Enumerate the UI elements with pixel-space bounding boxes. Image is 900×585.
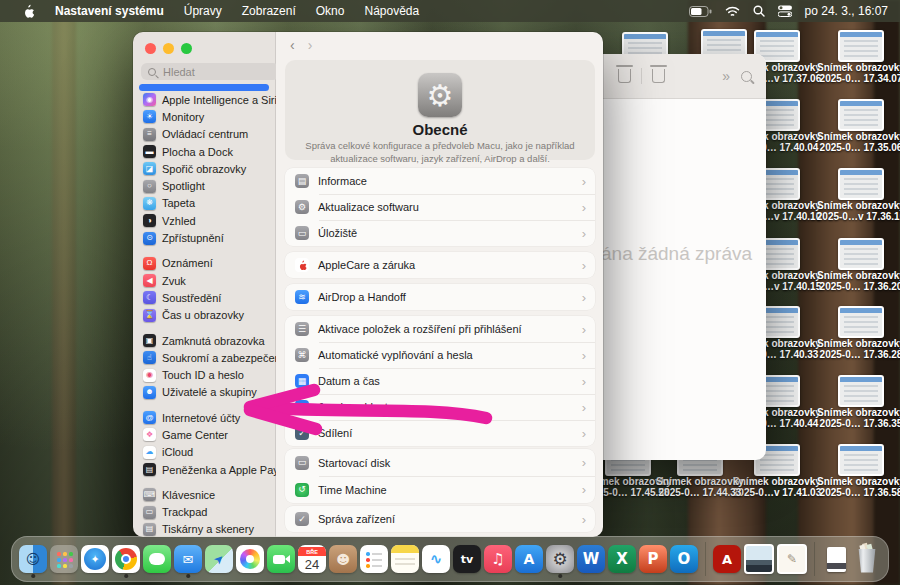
desktop-file-icon[interactable] — [838, 99, 884, 131]
settings-row-aktualizace-softwaru[interactable]: ⚙Aktualizace softwaru› — [285, 194, 595, 220]
dock-excel-icon[interactable]: X — [608, 545, 636, 573]
desktop-file-icon[interactable] — [838, 238, 884, 270]
dock-reminders-icon[interactable] — [360, 545, 388, 573]
sidebar-item-oznameni[interactable]: ΩOznámení — [138, 255, 272, 272]
system-settings-glyph: ⚙ — [552, 551, 567, 568]
desktop-file-icon[interactable] — [838, 444, 884, 476]
aktivace-polozek-a-rozsireni-pri-prihlaseni-icon: ☰ — [295, 322, 309, 336]
menu-nastaveni-systemu[interactable]: Nastavení systému — [45, 4, 174, 18]
sidebar-item-internetove-ucty[interactable]: @Internetové účty — [138, 409, 272, 426]
sidebar-item-ovladaci-centrum[interactable]: ≡Ovládací centrum — [138, 126, 272, 143]
battery-icon[interactable] — [689, 6, 712, 17]
control-center-icon[interactable] — [778, 5, 792, 17]
sidebar-item-cas-u-obrazovky[interactable]: ⌛Čas u obrazovky — [138, 307, 272, 324]
sidebar-item-monitory[interactable]: ☀Monitory — [138, 108, 272, 125]
dock-appletv-icon[interactable]: tv — [453, 545, 481, 573]
trash-icon[interactable] — [618, 69, 631, 83]
dock-outlook-icon[interactable]: O — [670, 545, 698, 573]
close-button[interactable] — [145, 43, 156, 54]
sidebar-item-vzhled[interactable]: ◑Vzhled — [138, 212, 272, 229]
dock-system-settings-icon[interactable]: ⚙ — [546, 545, 574, 573]
dock-trash-icon[interactable] — [853, 545, 881, 573]
wifi-icon[interactable] — [725, 6, 740, 17]
desktop-file-icon[interactable] — [838, 168, 884, 200]
dock-appstore-icon[interactable]: A — [515, 545, 543, 573]
settings-row-time-machine[interactable]: ↺Time Machine› — [285, 476, 595, 503]
reminders-glyph — [366, 552, 370, 556]
sidebar-item-penezenka-a-apple-pay[interactable]: ▤Peněženka a Apple Pay — [138, 461, 272, 478]
sidebar-item-soustredeni[interactable]: ☾Soustředění — [138, 289, 272, 306]
dock-maps-icon[interactable]: ➤ — [205, 545, 233, 573]
menu-upravy[interactable]: Úpravy — [174, 4, 232, 18]
menu-okno[interactable]: Okno — [306, 4, 355, 18]
sidebar-item-spotlight[interactable]: ○Spotlight — [138, 177, 272, 194]
dock-facetime-icon[interactable] — [267, 545, 295, 573]
settings-row-aktivace-polozek-a-rozsireni-pri-prihlaseni[interactable]: ☰Aktivace položek a rozšíření při přihlá… — [285, 316, 595, 342]
dock-notes-icon[interactable] — [391, 545, 419, 573]
settings-row-uloziste[interactable]: ▭Úložiště› — [285, 220, 595, 246]
forward-button[interactable]: › — [308, 37, 313, 53]
dock-launchpad-icon[interactable] — [50, 545, 78, 573]
dock-calendar-icon[interactable]: BŘE24 — [298, 545, 326, 573]
sidebar-item-klavesnice[interactable]: ⌨Klávesnice — [138, 486, 272, 503]
settings-row-sdileni[interactable]: ✓Sdílení› — [285, 420, 595, 446]
search-icon[interactable] — [753, 5, 765, 17]
dock-safari-icon[interactable]: ✦ — [81, 545, 109, 573]
dock-powerpoint-icon[interactable]: P — [639, 545, 667, 573]
sidebar-item-tapeta[interactable]: ❋Tapeta — [138, 195, 272, 212]
settings-row-jazyk-a-oblast[interactable]: ⊕Jazyk a oblast› — [285, 394, 595, 420]
dock-music-icon[interactable]: ♫ — [484, 545, 512, 573]
dock-stack-photos-icon[interactable] — [744, 544, 774, 574]
sidebar-item-game-center[interactable]: ❖Game Center — [138, 426, 272, 443]
sidebar-item-apple-intelligence-a-siri[interactable]: ◉Apple Intelligence a Siri — [138, 91, 272, 108]
menu-napoveda[interactable]: Nápověda — [354, 4, 429, 18]
dock-chrome-icon[interactable] — [112, 545, 140, 573]
time-machine-icon: ↺ — [295, 483, 309, 497]
sidebar-item-label: Plocha a Dock — [162, 146, 233, 158]
dock-mail-icon[interactable]: ✉ — [174, 545, 202, 573]
sidebar-item-tiskarny-a-skenery[interactable]: ▤Tiskárny a skenery — [138, 521, 272, 537]
settings-row-startovaci-disk[interactable]: ▭Startovací disk› — [285, 449, 595, 476]
sidebar-item-zpristupneni[interactable]: ⊙Zpřístupnění — [138, 229, 272, 246]
sidebar-item-trackpad[interactable]: ▭Trackpad — [138, 504, 272, 521]
more-chevrons-icon[interactable]: » — [722, 68, 729, 84]
settings-row-applecare-a-zaruka[interactable]: AppleCare a záruka› — [285, 252, 595, 278]
dock-document-icon[interactable] — [822, 545, 850, 573]
search-input[interactable] — [141, 63, 279, 80]
sidebar-item-soukromi-a-zabezpeceni[interactable]: ☝Soukromí a zabezpečení — [138, 349, 272, 366]
settings-row-informace[interactable]: ▤Informace› — [285, 168, 595, 194]
desktop-file-icon[interactable] — [838, 30, 884, 62]
sidebar-item-uzivatele-a-skupiny[interactable]: ☻Uživatelé a skupiny — [138, 384, 272, 401]
dock-contacts-icon[interactable]: ☻ — [329, 545, 357, 573]
dock-photos-icon[interactable] — [236, 545, 264, 573]
finder-glyph: ☺ — [26, 552, 41, 566]
settings-row-airdrop-a-handoff[interactable]: ≋AirDrop a Handoff› — [285, 284, 595, 310]
sidebar-item-label: Oznámení — [162, 257, 213, 269]
sidebar-selected-item-partial[interactable] — [139, 84, 269, 92]
minimize-button[interactable] — [163, 43, 174, 54]
sidebar-item-zvuk[interactable]: ◀Zvuk — [138, 272, 272, 289]
settings-row-automaticke-vyplnovani-a-hesla[interactable]: ⌘Automatické vyplňování a hesla› — [285, 342, 595, 368]
desktop-file-icon[interactable] — [838, 306, 884, 338]
menu-zobrazeni[interactable]: Zobrazení — [232, 4, 306, 18]
sidebar-item-icloud[interactable]: ☁iCloud — [138, 444, 272, 461]
dock-freeform-icon[interactable]: ∿ — [422, 545, 450, 573]
dock-messages-icon[interactable] — [143, 545, 171, 573]
desktop-file-icon[interactable] — [838, 375, 884, 407]
dock-word-icon[interactable]: W — [577, 545, 605, 573]
settings-row-sprava-zarizeni[interactable]: ✓Správa zařízení› — [285, 506, 595, 532]
dock-finder-icon[interactable]: ☺ — [19, 545, 47, 573]
menu-bar-clock[interactable]: po 24. 3., 16:07 — [805, 4, 888, 18]
sidebar-item-zamknuta-obrazovka[interactable]: ▣Zamknutá obrazovka — [138, 332, 272, 349]
back-button[interactable]: ‹ — [290, 37, 295, 53]
sidebar-item-touch-id-a-heslo[interactable]: ◉Touch ID a heslo — [138, 366, 272, 383]
sidebar-item-plocha-a-dock[interactable]: ▬Plocha a Dock — [138, 143, 272, 160]
settings-row-datum-a-cas[interactable]: ▦Datum a čas› — [285, 368, 595, 394]
junk-icon[interactable] — [652, 69, 665, 83]
apple-menu[interactable] — [12, 4, 45, 19]
dock-acrobat-icon[interactable]: A — [713, 545, 741, 573]
search-icon[interactable] — [741, 71, 752, 82]
sidebar-item-sporic-obrazovky[interactable]: ◪Spořič obrazovky — [138, 160, 272, 177]
zoom-button[interactable] — [181, 43, 192, 54]
dock-stack-sketch-icon[interactable]: ✎ — [777, 544, 807, 574]
